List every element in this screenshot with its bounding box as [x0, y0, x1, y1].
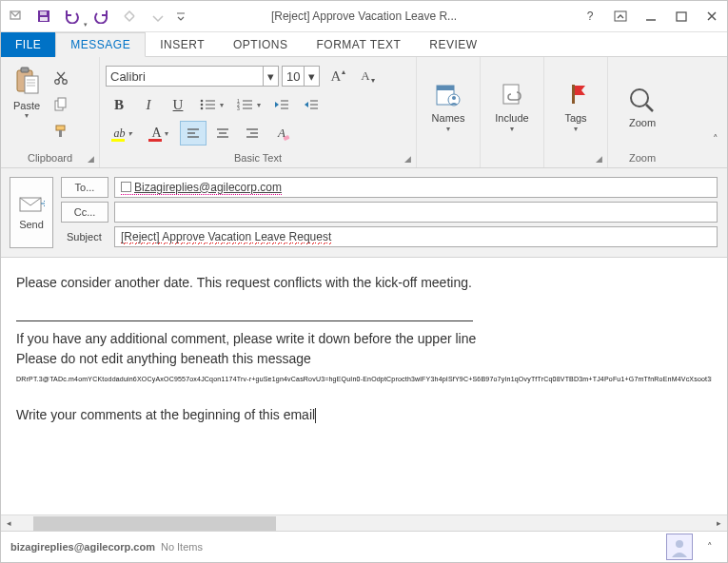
include-button[interactable]: Include▾	[486, 62, 538, 148]
clear-formatting-icon[interactable]: A	[268, 121, 295, 146]
svg-rect-48	[437, 86, 454, 90]
chevron-down-icon[interactable]: ▾	[304, 67, 319, 86]
tags-button[interactable]: Tags▾	[550, 62, 601, 148]
separator-line	[16, 320, 473, 321]
svg-point-19	[201, 100, 204, 103]
tags-launcher-icon[interactable]: ◢	[593, 153, 604, 165]
names-button[interactable]: Names▾	[423, 62, 474, 148]
token-line: DRrPT.3@TADc.m4omYCKtoddaduin6XOCyAxOC95…	[16, 375, 712, 385]
minimize-icon[interactable]	[636, 1, 666, 32]
body-line: Please consider another date. This reque…	[16, 273, 712, 293]
tab-review[interactable]: REVIEW	[415, 32, 491, 57]
align-right-button[interactable]	[239, 121, 266, 146]
decrease-indent-icon[interactable]	[268, 92, 295, 117]
svg-rect-4	[615, 11, 626, 21]
cc-field[interactable]	[114, 202, 718, 223]
body-line: Write your comments at the beginning of …	[16, 407, 315, 422]
undo-icon[interactable]: ▾	[58, 3, 87, 29]
subject-field[interactable]: [Reject] Approve Vacation Leave Request	[114, 226, 718, 247]
scroll-left-icon[interactable]: ◂	[1, 515, 17, 532]
previous-item-icon	[115, 3, 144, 29]
svg-rect-3	[40, 17, 48, 21]
paste-button[interactable]: Paste ▾	[7, 62, 47, 148]
save-icon[interactable]	[30, 3, 58, 29]
font-size-combo[interactable]: 10 ▾	[282, 66, 320, 87]
font-name-combo[interactable]: Calibri ▾	[106, 66, 279, 87]
copy-icon[interactable]	[50, 94, 71, 115]
subject-label: Subject	[61, 226, 108, 247]
chevron-down-icon[interactable]: ▾	[263, 67, 278, 86]
clipboard-launcher-icon[interactable]: ◢	[85, 153, 96, 165]
to-button[interactable]: To...	[61, 177, 108, 198]
increase-indent-icon[interactable]	[298, 92, 325, 117]
svg-rect-52	[572, 85, 575, 104]
svg-rect-2	[40, 11, 47, 15]
help-icon[interactable]: ?	[575, 1, 605, 32]
italic-button[interactable]: I	[135, 92, 162, 117]
svg-point-50	[452, 96, 456, 100]
group-label-zoom: Zoom	[614, 148, 671, 167]
align-center-button[interactable]	[209, 121, 236, 146]
svg-rect-6	[677, 12, 686, 21]
svg-rect-8	[21, 68, 29, 72]
underline-button[interactable]: U	[165, 92, 191, 117]
body-line: Please do not edit anything beneath this…	[16, 349, 712, 369]
window-title: [Reject] Approve Vacation Leave R...	[271, 10, 457, 23]
cc-button[interactable]: Cc...	[61, 202, 108, 223]
ribbon-display-icon[interactable]	[605, 1, 636, 32]
decrease-font-icon[interactable]: A▾	[352, 64, 379, 88]
zoom-button[interactable]: Zoom	[614, 62, 671, 148]
tab-insert[interactable]: INSERT	[146, 32, 219, 57]
people-pane-toggle-icon[interactable]: ˄	[702, 541, 718, 553]
svg-point-21	[201, 104, 204, 107]
svg-point-13	[55, 80, 60, 85]
svg-point-14	[63, 80, 68, 85]
next-item-icon	[144, 3, 172, 29]
bold-button[interactable]: B	[106, 92, 132, 117]
svg-point-53	[631, 89, 648, 107]
cut-icon[interactable]	[50, 68, 71, 88]
svg-rect-17	[56, 126, 65, 130]
avatar[interactable]	[666, 534, 693, 560]
svg-rect-9	[25, 76, 38, 93]
scroll-thumb[interactable]	[33, 516, 276, 531]
status-account: bizagireplies@agilecorp.com	[10, 541, 155, 553]
format-painter-icon[interactable]	[50, 121, 71, 142]
group-label-clipboard: Clipboard	[7, 148, 93, 167]
svg-rect-16	[58, 98, 66, 107]
body-line: If you have any additional comment, plea…	[16, 329, 712, 349]
redo-icon[interactable]	[87, 3, 115, 29]
collapse-ribbon-icon[interactable]: ˄	[708, 131, 723, 146]
scroll-right-icon[interactable]: ▸	[711, 515, 727, 532]
horizontal-scrollbar[interactable]: ◂ ▸	[1, 514, 727, 531]
svg-line-54	[646, 105, 653, 111]
font-color-button[interactable]: A▾	[143, 121, 177, 146]
system-menu[interactable]	[1, 1, 30, 32]
basictext-launcher-icon[interactable]: ◢	[402, 153, 413, 165]
recipient-chip[interactable]: Bizagireplies@agilecorp.com	[121, 181, 282, 195]
qat-customize[interactable]	[172, 3, 189, 29]
ribbon-tabs: FILE MESSAGE INSERT OPTIONS FORMAT TEXT …	[1, 32, 727, 57]
svg-rect-46	[283, 135, 289, 141]
maximize-icon[interactable]	[666, 1, 697, 32]
text-cursor	[315, 408, 316, 423]
message-body[interactable]: Please consider another date. This reque…	[1, 258, 727, 514]
tab-format-text[interactable]: FORMAT TEXT	[303, 32, 416, 57]
numbering-button[interactable]: 123▾	[231, 92, 266, 117]
send-button[interactable]: Send	[10, 177, 53, 248]
status-items: No Items	[161, 541, 203, 553]
to-field[interactable]: Bizagireplies@agilecorp.com	[114, 177, 718, 198]
increase-font-icon[interactable]: A▴	[323, 64, 349, 88]
align-left-button[interactable]	[180, 121, 207, 146]
svg-rect-18	[59, 130, 62, 137]
bullets-button[interactable]: ▾	[194, 92, 228, 117]
group-label-basictext: Basic Text	[106, 148, 410, 167]
svg-point-23	[201, 107, 204, 110]
close-icon[interactable]	[697, 1, 727, 32]
tab-message[interactable]: MESSAGE	[55, 32, 146, 57]
tab-options[interactable]: OPTIONS	[219, 32, 303, 57]
svg-text:3: 3	[237, 106, 240, 111]
highlight-color-button[interactable]: ab▾	[106, 121, 140, 146]
svg-point-56	[676, 540, 683, 548]
tab-file[interactable]: FILE	[1, 32, 55, 57]
